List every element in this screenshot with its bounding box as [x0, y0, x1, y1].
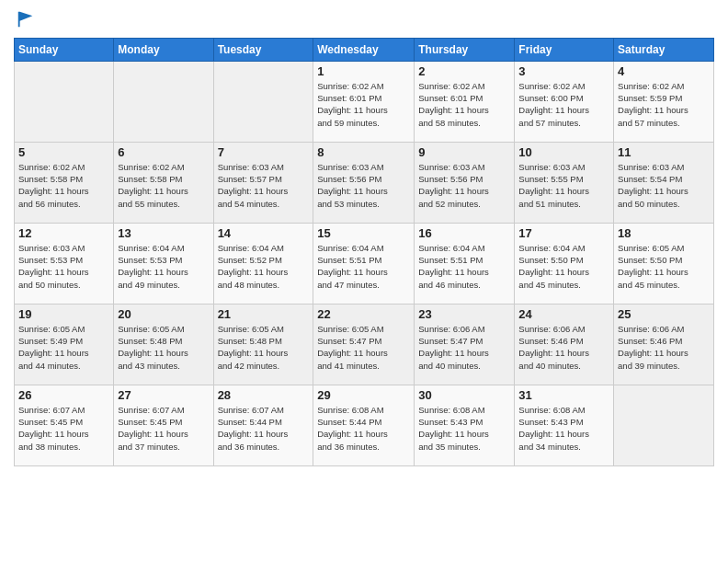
- calendar-cell: 28Sunrise: 6:07 AM Sunset: 5:44 PM Dayli…: [213, 385, 313, 465]
- logo-flag-icon: [16, 9, 36, 29]
- calendar-cell: 22Sunrise: 6:05 AM Sunset: 5:47 PM Dayli…: [313, 304, 415, 385]
- day-number: 21: [218, 307, 310, 321]
- weekday-header-tuesday: Tuesday: [213, 38, 313, 61]
- day-number: 6: [118, 145, 209, 159]
- day-info: Sunrise: 6:05 AM Sunset: 5:48 PM Dayligh…: [218, 323, 310, 372]
- day-number: 5: [18, 145, 109, 159]
- weekday-header-sunday: Sunday: [15, 38, 114, 61]
- calendar-cell: 16Sunrise: 6:04 AM Sunset: 5:51 PM Dayli…: [415, 223, 515, 304]
- calendar-cell: 19Sunrise: 6:05 AM Sunset: 5:49 PM Dayli…: [15, 304, 114, 385]
- day-info: Sunrise: 6:08 AM Sunset: 5:43 PM Dayligh…: [418, 404, 510, 453]
- calendar-week-2: 5Sunrise: 6:02 AM Sunset: 5:58 PM Daylig…: [15, 142, 714, 223]
- calendar-cell: 10Sunrise: 6:03 AM Sunset: 5:55 PM Dayli…: [515, 142, 614, 223]
- calendar-week-3: 12Sunrise: 6:03 AM Sunset: 5:53 PM Dayli…: [15, 223, 714, 304]
- day-info: Sunrise: 6:02 AM Sunset: 5:58 PM Dayligh…: [18, 161, 109, 210]
- calendar-cell: 21Sunrise: 6:05 AM Sunset: 5:48 PM Dayli…: [213, 304, 313, 385]
- day-info: Sunrise: 6:02 AM Sunset: 6:01 PM Dayligh…: [317, 80, 410, 129]
- day-info: Sunrise: 6:03 AM Sunset: 5:56 PM Dayligh…: [418, 161, 510, 210]
- calendar-cell: [213, 61, 313, 142]
- calendar-cell: 24Sunrise: 6:06 AM Sunset: 5:46 PM Dayli…: [515, 304, 614, 385]
- header: [14, 9, 714, 34]
- day-number: 23: [418, 307, 510, 321]
- weekday-header-row: SundayMondayTuesdayWednesdayThursdayFrid…: [15, 38, 714, 61]
- day-info: Sunrise: 6:02 AM Sunset: 5:58 PM Dayligh…: [118, 161, 209, 210]
- day-number: 7: [218, 145, 310, 159]
- day-info: Sunrise: 6:06 AM Sunset: 5:46 PM Dayligh…: [518, 323, 609, 372]
- day-info: Sunrise: 6:07 AM Sunset: 5:45 PM Dayligh…: [18, 404, 109, 453]
- day-info: Sunrise: 6:03 AM Sunset: 5:56 PM Dayligh…: [317, 161, 410, 210]
- calendar-cell: [614, 385, 714, 465]
- day-info: Sunrise: 6:05 AM Sunset: 5:49 PM Dayligh…: [18, 323, 109, 372]
- calendar-cell: 15Sunrise: 6:04 AM Sunset: 5:51 PM Dayli…: [313, 223, 415, 304]
- calendar-cell: 5Sunrise: 6:02 AM Sunset: 5:58 PM Daylig…: [15, 142, 114, 223]
- calendar-cell: 4Sunrise: 6:02 AM Sunset: 5:59 PM Daylig…: [614, 61, 714, 142]
- calendar-cell: 23Sunrise: 6:06 AM Sunset: 5:47 PM Dayli…: [415, 304, 515, 385]
- day-number: 12: [18, 226, 109, 240]
- day-number: 18: [618, 226, 710, 240]
- calendar-cell: 3Sunrise: 6:02 AM Sunset: 6:00 PM Daylig…: [515, 61, 614, 142]
- calendar-cell: 17Sunrise: 6:04 AM Sunset: 5:50 PM Dayli…: [515, 223, 614, 304]
- day-number: 15: [317, 226, 410, 240]
- logo: [14, 9, 36, 34]
- weekday-header-saturday: Saturday: [614, 38, 714, 61]
- page-container: SundayMondayTuesdayWednesdayThursdayFrid…: [0, 0, 728, 471]
- day-info: Sunrise: 6:06 AM Sunset: 5:46 PM Dayligh…: [618, 323, 710, 372]
- day-number: 30: [418, 388, 510, 402]
- day-info: Sunrise: 6:07 AM Sunset: 5:45 PM Dayligh…: [118, 404, 209, 453]
- calendar-cell: 29Sunrise: 6:08 AM Sunset: 5:44 PM Dayli…: [313, 385, 415, 465]
- day-info: Sunrise: 6:02 AM Sunset: 6:01 PM Dayligh…: [418, 80, 510, 129]
- calendar-cell: 7Sunrise: 6:03 AM Sunset: 5:57 PM Daylig…: [213, 142, 313, 223]
- calendar-cell: 11Sunrise: 6:03 AM Sunset: 5:54 PM Dayli…: [614, 142, 714, 223]
- day-info: Sunrise: 6:04 AM Sunset: 5:53 PM Dayligh…: [118, 242, 209, 291]
- day-number: 1: [317, 64, 410, 78]
- day-number: 14: [218, 226, 310, 240]
- day-number: 11: [618, 145, 710, 159]
- calendar-cell: 26Sunrise: 6:07 AM Sunset: 5:45 PM Dayli…: [15, 385, 114, 465]
- calendar-cell: 25Sunrise: 6:06 AM Sunset: 5:46 PM Dayli…: [614, 304, 714, 385]
- day-info: Sunrise: 6:05 AM Sunset: 5:47 PM Dayligh…: [317, 323, 410, 372]
- day-number: 8: [317, 145, 410, 159]
- calendar-cell: 31Sunrise: 6:08 AM Sunset: 5:43 PM Dayli…: [515, 385, 614, 465]
- day-number: 19: [18, 307, 109, 321]
- day-info: Sunrise: 6:02 AM Sunset: 6:00 PM Dayligh…: [518, 80, 609, 129]
- day-number: 13: [118, 226, 209, 240]
- day-number: 17: [518, 226, 609, 240]
- calendar-cell: [114, 61, 213, 142]
- calendar-week-5: 26Sunrise: 6:07 AM Sunset: 5:45 PM Dayli…: [15, 385, 714, 465]
- day-info: Sunrise: 6:07 AM Sunset: 5:44 PM Dayligh…: [218, 404, 310, 453]
- day-number: 2: [418, 64, 510, 78]
- day-number: 20: [118, 307, 209, 321]
- day-number: 24: [518, 307, 609, 321]
- weekday-header-thursday: Thursday: [415, 38, 515, 61]
- day-info: Sunrise: 6:02 AM Sunset: 5:59 PM Dayligh…: [618, 80, 710, 129]
- calendar-table: SundayMondayTuesdayWednesdayThursdayFrid…: [14, 38, 714, 466]
- day-info: Sunrise: 6:03 AM Sunset: 5:57 PM Dayligh…: [218, 161, 310, 210]
- day-info: Sunrise: 6:06 AM Sunset: 5:47 PM Dayligh…: [418, 323, 510, 372]
- day-number: 25: [618, 307, 710, 321]
- day-info: Sunrise: 6:04 AM Sunset: 5:50 PM Dayligh…: [518, 242, 609, 291]
- day-info: Sunrise: 6:04 AM Sunset: 5:51 PM Dayligh…: [418, 242, 510, 291]
- weekday-header-monday: Monday: [114, 38, 213, 61]
- calendar-cell: 13Sunrise: 6:04 AM Sunset: 5:53 PM Dayli…: [114, 223, 213, 304]
- day-info: Sunrise: 6:04 AM Sunset: 5:52 PM Dayligh…: [218, 242, 310, 291]
- calendar-cell: 27Sunrise: 6:07 AM Sunset: 5:45 PM Dayli…: [114, 385, 213, 465]
- day-number: 27: [118, 388, 209, 402]
- calendar-cell: 2Sunrise: 6:02 AM Sunset: 6:01 PM Daylig…: [415, 61, 515, 142]
- day-number: 31: [518, 388, 609, 402]
- calendar-week-4: 19Sunrise: 6:05 AM Sunset: 5:49 PM Dayli…: [15, 304, 714, 385]
- day-number: 26: [18, 388, 109, 402]
- calendar-cell: [15, 61, 114, 142]
- calendar-week-1: 1Sunrise: 6:02 AM Sunset: 6:01 PM Daylig…: [15, 61, 714, 142]
- weekday-header-wednesday: Wednesday: [313, 38, 415, 61]
- calendar-cell: 8Sunrise: 6:03 AM Sunset: 5:56 PM Daylig…: [313, 142, 415, 223]
- day-info: Sunrise: 6:08 AM Sunset: 5:44 PM Dayligh…: [317, 404, 410, 453]
- day-info: Sunrise: 6:03 AM Sunset: 5:55 PM Dayligh…: [518, 161, 609, 210]
- day-number: 10: [518, 145, 609, 159]
- calendar-cell: 9Sunrise: 6:03 AM Sunset: 5:56 PM Daylig…: [415, 142, 515, 223]
- calendar-cell: 6Sunrise: 6:02 AM Sunset: 5:58 PM Daylig…: [114, 142, 213, 223]
- day-info: Sunrise: 6:05 AM Sunset: 5:50 PM Dayligh…: [618, 242, 710, 291]
- day-number: 4: [618, 64, 710, 78]
- calendar-cell: 1Sunrise: 6:02 AM Sunset: 6:01 PM Daylig…: [313, 61, 415, 142]
- calendar-cell: 30Sunrise: 6:08 AM Sunset: 5:43 PM Dayli…: [415, 385, 515, 465]
- day-info: Sunrise: 6:03 AM Sunset: 5:53 PM Dayligh…: [18, 242, 109, 291]
